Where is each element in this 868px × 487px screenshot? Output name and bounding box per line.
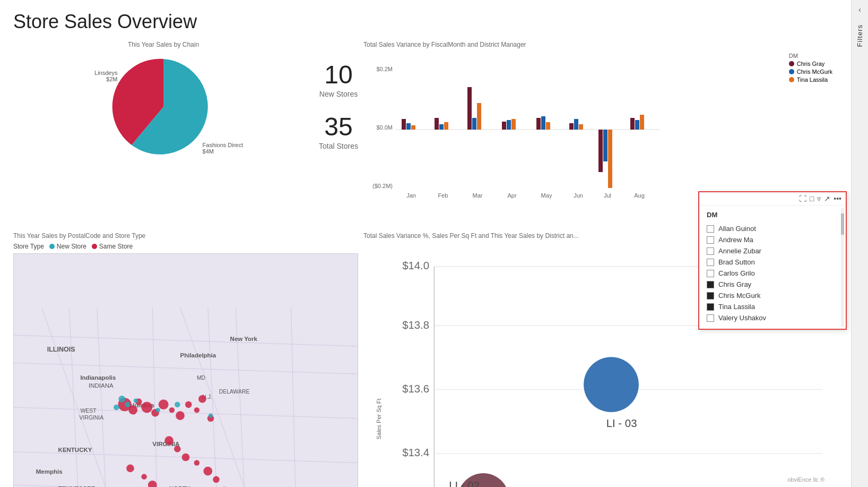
expand-corner-icon[interactable]: □ (810, 194, 814, 203)
bottom-left-panel: This Year Sales by PostalCode and Store … (13, 232, 358, 487)
metrics-section: 10 New Stores 35 Total Stores (319, 41, 358, 150)
new-stores-number: 10 (319, 62, 358, 88)
filter-icon[interactable]: ▿ (817, 194, 821, 203)
svg-text:ILLINOIS: ILLINOIS (47, 346, 75, 353)
svg-text:INDIANA: INDIANA (89, 382, 114, 389)
filter-item-5[interactable]: Chris Gray (707, 279, 838, 290)
pie-chart-section: This Year Sales by Chain Linsdeys $2M (13, 41, 314, 160)
svg-rect-13 (406, 123, 411, 130)
svg-text:$13.8: $13.8 (402, 319, 429, 331)
new-store-dot (49, 244, 55, 249)
checkbox-8[interactable] (707, 314, 714, 322)
map-title: This Year Sales by PostalCode and Store … (13, 232, 358, 240)
svg-point-89 (213, 476, 220, 483)
filter-item-3[interactable]: Brad Sutton (707, 257, 838, 268)
svg-rect-29 (579, 124, 583, 130)
filter-scrollbar-thumb[interactable] (841, 213, 844, 235)
svg-point-87 (194, 460, 199, 465)
filter-item-8[interactable]: Valery Ushakov (707, 312, 838, 323)
svg-point-80 (185, 401, 192, 408)
svg-point-99 (119, 396, 126, 403)
filter-panel: ⛶ □ ▿ ↗ ••• DM Allan Guinot Andrew Ma An… (698, 191, 847, 330)
filter-item-4[interactable]: Carlos Grilo (707, 268, 838, 279)
checkbox-2[interactable] (707, 247, 714, 255)
map-svg: ILLINOIS Indianapolis INDIANA WEST VIRGI… (14, 254, 358, 487)
new-store-label: New Store (57, 243, 86, 250)
filter-label-4: Carlos Grilo (718, 269, 755, 277)
legend-chris-gray: Chris Gray (789, 61, 832, 67)
filter-item-7[interactable]: Tina Lassila (707, 301, 838, 312)
pie-chart: Linsdeys $2M Fashions Direct $4M (110, 54, 216, 160)
checkbox-1[interactable] (707, 236, 714, 244)
map-container[interactable]: ILLINOIS Indianapolis INDIANA WEST VIRGI… (13, 253, 358, 487)
sidebar-collapse-arrow[interactable]: ‹ (858, 5, 861, 14)
svg-rect-33 (630, 118, 635, 130)
resize-icon[interactable]: ⛶ (799, 194, 806, 203)
legend-title: DM (789, 53, 832, 59)
same-store-legend-item: Same Store (92, 243, 133, 250)
svg-point-98 (126, 465, 134, 473)
svg-point-103 (156, 408, 160, 412)
pie-chart-title: This Year Sales by Chain (128, 41, 199, 48)
filter-label-3: Brad Sutton (718, 258, 755, 266)
checkbox-5[interactable] (707, 281, 714, 288)
filter-item-2[interactable]: Annelie Zubar (707, 245, 838, 257)
legend-tina-lassila: Tina Lassila (789, 76, 832, 83)
svg-rect-26 (546, 122, 550, 130)
new-store-legend-item: New Store (49, 243, 86, 250)
svg-text:Philadelphia: Philadelphia (180, 352, 216, 358)
svg-point-131 (584, 357, 639, 412)
svg-point-78 (169, 407, 175, 413)
filter-item-1[interactable]: Andrew Ma (707, 234, 838, 245)
svg-point-86 (182, 454, 190, 462)
checkbox-3[interactable] (707, 259, 714, 266)
total-stores-metric: 35 Total Stores (319, 114, 358, 150)
pie-label-linsdeys: Linsdeys $2M (94, 70, 117, 82)
filter-panel-header: ⛶ □ ▿ ↗ ••• (699, 192, 846, 206)
same-store-dot (92, 244, 97, 249)
svg-text:Aug: Aug (634, 192, 645, 199)
bar-chart-legend: DM Chris Gray Chris McGurk Tina Lassila (789, 53, 832, 84)
svg-point-100 (125, 401, 130, 407)
checkbox-0[interactable] (707, 225, 714, 233)
new-stores-label: New Stores (319, 90, 358, 98)
svg-text:$13.4: $13.4 (402, 447, 429, 458)
svg-rect-18 (467, 87, 472, 130)
filter-item-6[interactable]: Chris McGurk (707, 290, 838, 301)
scatter-y-axis-label: Sales Per Sq Ft (376, 399, 382, 440)
filter-panel-body: DM Allan Guinot Andrew Ma Annelie Zubar … (699, 206, 846, 329)
svg-rect-16 (439, 124, 444, 130)
legend-label-tina-lassila: Tina Lassila (797, 76, 828, 83)
svg-text:Mar: Mar (473, 192, 483, 199)
svg-text:New York: New York (230, 336, 258, 342)
filter-label-6: Chris McGurk (718, 292, 760, 300)
store-type-label: Store Type (13, 243, 44, 250)
svg-rect-20 (477, 103, 481, 130)
svg-text:Memphis: Memphis (36, 468, 63, 475)
checkbox-4[interactable] (707, 270, 714, 277)
new-stores-metric: 10 New Stores (319, 62, 358, 98)
svg-point-104 (175, 401, 180, 407)
svg-text:VIRGINIA: VIRGINIA (79, 415, 103, 421)
svg-point-97 (141, 474, 146, 479)
svg-rect-27 (569, 123, 574, 130)
filters-label[interactable]: Filters (856, 24, 864, 47)
svg-text:MD: MD (197, 375, 206, 381)
expand-icon[interactable]: ↗ (824, 194, 830, 203)
filter-scrollbar[interactable] (841, 208, 844, 327)
total-stores-label: Total Stores (319, 142, 358, 150)
svg-text:$0.2M: $0.2M (376, 66, 393, 72)
bar-chart-svg: $0.2M $0.0M ($0.2M) Jan Feb Mar Apr May … (363, 55, 671, 199)
checkbox-6[interactable] (707, 292, 714, 300)
svg-rect-21 (502, 122, 506, 130)
filter-label-5: Chris Gray (718, 280, 751, 288)
filter-item-0[interactable]: Allan Guinot (707, 223, 838, 234)
filter-label-0: Allan Guinot (718, 225, 756, 233)
svg-rect-14 (411, 125, 415, 130)
svg-rect-22 (507, 120, 511, 130)
svg-point-79 (176, 411, 185, 420)
filters-sidebar[interactable]: ‹ Filters (851, 0, 868, 487)
checkbox-7[interactable] (707, 303, 714, 311)
svg-text:Apr: Apr (507, 192, 516, 199)
more-options-icon[interactable]: ••• (834, 194, 841, 203)
